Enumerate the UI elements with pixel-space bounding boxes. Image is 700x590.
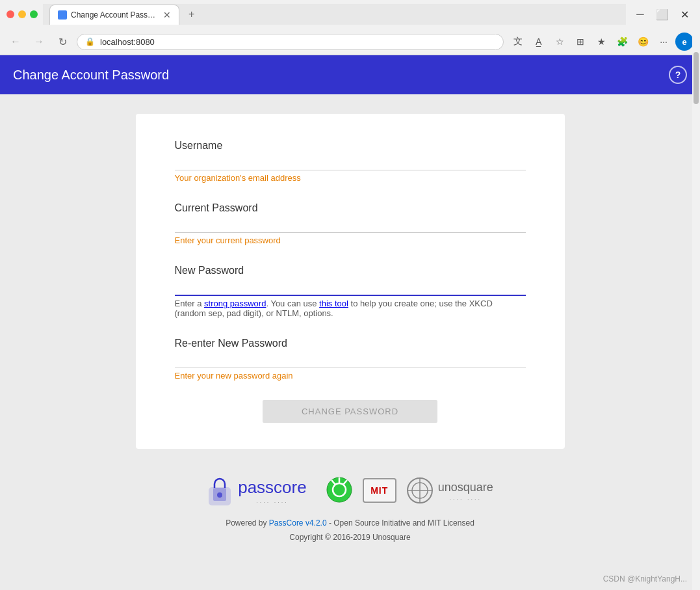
address-bar[interactable]: 🔒 localhost:8080 xyxy=(77,34,504,50)
new-password-input[interactable] xyxy=(175,279,526,296)
reenter-password-input[interactable] xyxy=(175,352,526,368)
unosquare-text: unosquare xyxy=(438,481,493,494)
favorites-button[interactable]: ☆ xyxy=(551,33,569,51)
passcore-dots: .... .... xyxy=(238,498,307,504)
reenter-password-hint: Enter your new password again xyxy=(175,371,526,381)
username-label: Username xyxy=(175,140,526,152)
svg-rect-0 xyxy=(59,12,66,18)
browser-chrome: Change Account Password | Self... ✕ + ─ … xyxy=(0,0,700,55)
footer-powered-by: Powered by PassCore v4.2.0 - Open Source… xyxy=(207,516,493,531)
reenter-password-field: Re-enter New Password Enter your new pas… xyxy=(175,338,526,381)
username-hint: Your organization's email address xyxy=(175,173,526,183)
app-header: Change Account Password ? xyxy=(0,55,700,94)
extensions-button[interactable]: 🧩 xyxy=(613,33,631,51)
unosquare-logo: unosquare .... .... xyxy=(407,477,493,503)
tab-title: Change Account Password | Self... xyxy=(71,10,159,20)
unosquare-dots: .... .... xyxy=(438,494,493,501)
passcore-lock-icon xyxy=(207,475,233,506)
footer: passcore .... .... xyxy=(194,462,506,557)
current-password-field: Current Password Enter your current pass… xyxy=(175,202,526,245)
minimize-window-button[interactable] xyxy=(18,10,26,18)
page-title: Change Account Password xyxy=(13,68,169,83)
help-button[interactable]: ? xyxy=(669,66,687,84)
current-password-label: Current Password xyxy=(175,202,526,214)
browser-toolbar: ← → ↻ 🔒 localhost:8080 文 A̲ ☆ ⊞ ★ 🧩 😊 ··… xyxy=(0,29,700,55)
csdn-watermark: CSDN @KnightYangH... xyxy=(603,574,687,583)
active-tab[interactable]: Change Account Password | Self... ✕ xyxy=(49,5,179,25)
current-password-hint: Enter your current password xyxy=(175,235,526,245)
scrollbar[interactable] xyxy=(692,0,700,590)
current-password-input[interactable] xyxy=(175,217,526,233)
change-password-button[interactable]: CHANGE PASSWORD xyxy=(263,400,437,423)
svg-point-3 xyxy=(217,492,222,498)
browser-tabs: Change Account Password | Self... ✕ + xyxy=(43,4,626,25)
minimize-button[interactable]: ─ xyxy=(631,5,649,23)
tool-link[interactable]: this tool xyxy=(319,299,348,308)
refresh-button[interactable]: ↻ xyxy=(53,33,71,51)
sidebar-button[interactable]: ⊞ xyxy=(571,33,590,51)
browser-titlebar: Change Account Password | Self... ✕ + ─ … xyxy=(0,0,700,29)
osi-logo xyxy=(326,477,352,505)
mit-logo: MIT xyxy=(363,478,396,503)
right-logos: MIT unosquare .... .... xyxy=(326,477,493,505)
forward-button[interactable]: → xyxy=(30,33,48,51)
new-password-label: New Password xyxy=(175,265,526,276)
new-tab-button[interactable]: + xyxy=(181,4,202,25)
profile-button[interactable]: 😊 xyxy=(634,33,652,51)
address-text: localhost:8080 xyxy=(100,37,495,47)
new-password-hint: Enter a strong password. You can use thi… xyxy=(175,299,526,318)
reenter-password-label: Re-enter New Password xyxy=(175,338,526,349)
close-window-button[interactable] xyxy=(6,10,14,18)
form-card: Username Your organization's email addre… xyxy=(136,114,565,449)
collections-button[interactable]: ★ xyxy=(592,33,610,51)
new-password-field: New Password Enter a strong password. Yo… xyxy=(175,265,526,318)
back-button[interactable]: ← xyxy=(6,33,25,51)
mit-text: MIT xyxy=(370,485,388,496)
tab-close-button[interactable]: ✕ xyxy=(163,10,171,20)
passcore-logo: passcore .... .... xyxy=(207,475,307,506)
scrollbar-thumb[interactable] xyxy=(694,52,699,104)
passcore-link[interactable]: PassCore v4.2.0 xyxy=(269,518,327,528)
edge-icon: e xyxy=(675,33,694,51)
window-controls xyxy=(6,10,38,18)
username-input[interactable] xyxy=(175,154,526,170)
read-aloud-button[interactable]: 文 xyxy=(509,33,527,51)
footer-logos: passcore .... .... xyxy=(207,475,493,506)
toolbar-icons: 文 A̲ ☆ ⊞ ★ 🧩 😊 ··· e xyxy=(509,33,694,51)
username-field: Username Your organization's email addre… xyxy=(175,140,526,183)
security-icon: 🔒 xyxy=(85,37,95,46)
main-content: Username Your organization's email addre… xyxy=(0,94,700,590)
immersive-reader-button[interactable]: A̲ xyxy=(530,33,548,51)
tab-favicon xyxy=(58,10,67,20)
footer-copyright: Copyright © 2016-2019 Unosquare xyxy=(207,531,493,545)
strong-password-link[interactable]: strong password xyxy=(204,299,266,308)
restore-button[interactable]: ⬜ xyxy=(653,5,671,23)
close-button[interactable]: ✕ xyxy=(675,5,694,23)
maximize-window-button[interactable] xyxy=(30,10,38,18)
settings-button[interactable]: ··· xyxy=(655,33,673,51)
passcore-text: passcore xyxy=(238,477,307,497)
